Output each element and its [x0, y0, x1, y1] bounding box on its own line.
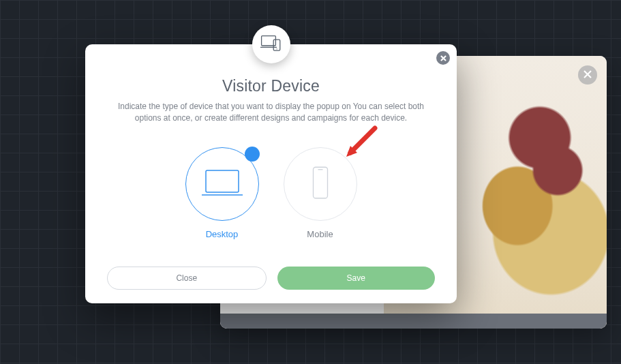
desktop-option-label: Desktop [206, 229, 239, 239]
svg-rect-4 [313, 167, 327, 198]
svg-rect-3 [206, 170, 239, 192]
device-options: Desktop Mobile [185, 147, 357, 239]
close-button[interactable]: Close [107, 267, 267, 290]
modal-description: Indicate the type of device that you wan… [111, 101, 431, 124]
preview-bottom-bar [220, 314, 607, 329]
mobile-option[interactable]: Mobile [284, 147, 357, 239]
close-icon [584, 69, 592, 81]
selected-badge [245, 147, 260, 162]
desktop-icon [200, 168, 244, 200]
preview-close-button[interactable] [578, 65, 597, 85]
check-icon [248, 148, 256, 160]
desktop-option[interactable]: Desktop [185, 147, 259, 239]
save-button[interactable]: Save [277, 267, 436, 290]
mobile-option-label: Mobile [307, 229, 333, 239]
mobile-option-circle [284, 147, 357, 221]
modal-content: Visitor Device Indicate the type of devi… [85, 44, 457, 303]
desktop-option-circle [185, 147, 259, 221]
visitor-device-modal: Visitor Device Indicate the type of devi… [85, 44, 457, 303]
modal-button-row: Close Save [107, 267, 435, 290]
mobile-icon [311, 165, 330, 203]
modal-title: Visitor Device [222, 77, 320, 95]
